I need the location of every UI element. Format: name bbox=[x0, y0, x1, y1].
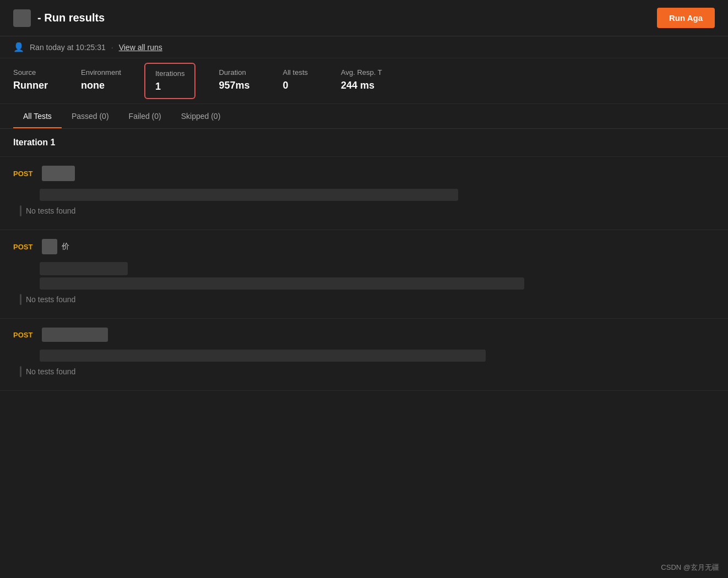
environment-label: Environment bbox=[81, 68, 121, 77]
request-block-2: POST 价 No tests found bbox=[0, 230, 728, 319]
person-icon: 👤 bbox=[13, 42, 24, 52]
url-bar-1 bbox=[40, 189, 458, 201]
environment-value: none bbox=[81, 80, 121, 91]
tab-failed[interactable]: Failed (0) bbox=[119, 104, 171, 128]
request-header-2: POST 价 bbox=[0, 230, 728, 260]
request-block-3: POST No tests found bbox=[0, 319, 728, 391]
tab-all-tests[interactable]: All Tests bbox=[13, 104, 62, 128]
stat-duration: Duration 957ms bbox=[219, 68, 249, 94]
no-tests-border-2 bbox=[20, 294, 21, 305]
request-header-3: POST bbox=[0, 319, 728, 347]
view-all-runs-link[interactable]: View all runs bbox=[119, 43, 162, 52]
request-name-bar-2 bbox=[40, 262, 128, 275]
avg-resp-value: 244 ms bbox=[341, 80, 382, 91]
stat-avg-resp: Avg. Resp. T 244 ms bbox=[341, 68, 382, 94]
url-bar-3 bbox=[40, 350, 486, 362]
tab-passed[interactable]: Passed (0) bbox=[62, 104, 119, 128]
request-name-blur-1 bbox=[42, 166, 75, 181]
no-tests-found-3: No tests found bbox=[0, 362, 728, 381]
url-area-3 bbox=[0, 347, 728, 362]
duration-label: Duration bbox=[219, 68, 249, 77]
no-tests-label-2: No tests found bbox=[26, 295, 75, 304]
stat-source: Source Runner bbox=[13, 68, 48, 94]
iteration-header: Iteration 1 bbox=[0, 129, 728, 157]
no-tests-found-2: No tests found bbox=[0, 290, 728, 309]
iterations-value: 1 bbox=[155, 81, 184, 92]
no-tests-border-3 bbox=[20, 366, 21, 377]
no-tests-label-1: No tests found bbox=[26, 206, 75, 215]
tab-skipped[interactable]: Skipped (0) bbox=[171, 104, 231, 128]
method-badge-2: POST bbox=[13, 243, 35, 251]
avatar bbox=[13, 9, 31, 27]
iterations-label: Iterations bbox=[155, 69, 184, 78]
tabs-row: All Tests Passed (0) Failed (0) Skipped … bbox=[0, 104, 728, 129]
stat-iterations: Iterations 1 bbox=[144, 63, 195, 99]
stats-row: Source Runner Environment none Iteration… bbox=[0, 58, 728, 104]
no-tests-border-1 bbox=[20, 205, 21, 216]
url-area-2 bbox=[0, 260, 728, 290]
run-again-button[interactable]: Run Aga bbox=[657, 8, 715, 28]
method-badge-3: POST bbox=[13, 331, 35, 339]
sub-header: 👤 Ran today at 10:25:31 · View all runs bbox=[0, 36, 728, 58]
source-label: Source bbox=[13, 68, 48, 77]
request-block-1: POST No tests found bbox=[0, 157, 728, 230]
no-tests-found-1: No tests found bbox=[0, 201, 728, 221]
duration-value: 957ms bbox=[219, 80, 249, 91]
url-area-1 bbox=[0, 187, 728, 201]
request-name-blur-3 bbox=[42, 328, 108, 342]
all-tests-value: 0 bbox=[283, 80, 308, 91]
content: Iteration 1 POST No tests found POST 价 bbox=[0, 129, 728, 413]
url-bar-2 bbox=[40, 277, 524, 290]
header-left: - Run results bbox=[13, 9, 105, 27]
all-tests-label: All tests bbox=[283, 68, 308, 77]
stat-environment: Environment none bbox=[81, 68, 121, 94]
ran-text: Ran today at 10:25:31 bbox=[30, 43, 106, 52]
stat-all-tests: All tests 0 bbox=[283, 68, 308, 94]
iteration-label: Iteration 1 bbox=[13, 138, 55, 147]
header: - Run results Run Aga bbox=[0, 0, 728, 36]
no-tests-label-3: No tests found bbox=[26, 367, 75, 376]
avg-resp-label: Avg. Resp. T bbox=[341, 68, 382, 77]
request-header-1: POST bbox=[0, 157, 728, 187]
source-value: Runner bbox=[13, 80, 48, 91]
method-badge-1: POST bbox=[13, 170, 35, 178]
request-extra-text: 价 bbox=[62, 242, 69, 252]
request-name-blur-2a bbox=[42, 239, 57, 254]
watermark: CSDN @玄月无疆 bbox=[661, 563, 719, 572]
page-title: - Run results bbox=[37, 12, 105, 24]
dot-separator: · bbox=[111, 43, 113, 52]
